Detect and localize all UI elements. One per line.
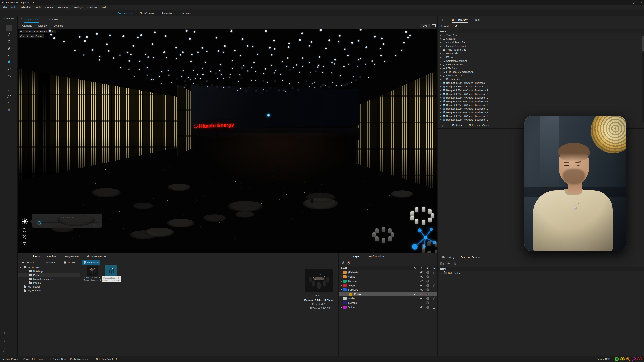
library-filter-button[interactable]: My Library	[82, 260, 100, 265]
expand-arrow-icon[interactable]: ▶	[440, 100, 442, 102]
expand-arrow-icon[interactable]: ▶	[340, 306, 343, 308]
layer-solo-icon[interactable]: S	[425, 301, 430, 305]
tools-icon[interactable]	[22, 234, 28, 240]
layer-row[interactable]: ▶ Venue ✓ S	[339, 275, 438, 279]
rectangle-tool-icon[interactable]	[6, 80, 12, 86]
hierarchy-item[interactable]: ▶ Truss.3ds	[438, 33, 644, 37]
hierarchy-item[interactable]: ▶ Motors.3ds	[438, 52, 644, 55]
layer-active-cell[interactable]: ✓	[412, 270, 417, 275]
expand-arrow-icon[interactable]: ▶	[340, 285, 343, 286]
people-toggle-icon[interactable]	[615, 357, 619, 361]
library-tree-item[interactable]: ▶ My Materials	[18, 289, 80, 293]
add-button[interactable]: Add	[444, 25, 448, 28]
layer-color-swatch[interactable]	[343, 301, 347, 304]
hierarchy-item[interactable]: ▶ Truss Hanging.3ds	[438, 48, 644, 52]
export-tool-icon[interactable]	[6, 38, 12, 44]
eye-toggle-icon[interactable]	[632, 357, 636, 361]
layer-panel-tab[interactable]: Transformation	[366, 255, 384, 258]
expand-arrow-icon[interactable]: ▶	[440, 119, 442, 121]
layer-row[interactable]: ▶ {Default} ✓ S	[339, 270, 438, 275]
layer-visibility-eye-icon[interactable]	[419, 288, 424, 292]
drag-grip[interactable]	[21, 18, 22, 18]
expand-arrow-icon[interactable]: ▶	[440, 45, 442, 47]
expand-arrow-icon[interactable]: ▶	[440, 38, 442, 39]
view-tab[interactable]: CAD View	[46, 18, 58, 21]
paint-tool-icon[interactable]	[6, 59, 12, 64]
drag-grip[interactable]	[442, 124, 442, 124]
layer-solo-icon[interactable]: S	[425, 296, 430, 301]
library-item-thumbnail[interactable]	[87, 266, 98, 276]
library-filter-button[interactable]: Fixtures	[20, 260, 36, 265]
remove-icon[interactable]: ✕	[454, 24, 457, 28]
layer-visibility-eye-icon[interactable]	[419, 301, 424, 305]
layer-visibility-eye-icon[interactable]	[419, 305, 424, 309]
layer-active-cell[interactable]: ✓	[412, 288, 417, 292]
library-filter-button[interactable]: Models	[62, 260, 77, 265]
add-folder-icon[interactable]	[440, 262, 444, 266]
expand-arrow-icon[interactable]: ▶	[440, 112, 442, 113]
layer-solo-icon[interactable]: S	[425, 292, 430, 296]
layer-row[interactable]: ▶ Rigging ✓ S	[339, 279, 438, 283]
layer-color-swatch[interactable]	[343, 280, 347, 283]
layer-lock-icon[interactable]	[432, 270, 436, 275]
groups-tab[interactable]: Repository	[442, 256, 455, 259]
expand-arrow-icon[interactable]: ▶	[340, 280, 343, 282]
expand-arrow-icon[interactable]: ▶	[440, 115, 442, 117]
layer-row[interactable]: ▶ Lighting ✓ S	[339, 301, 438, 305]
layer-color-swatch[interactable]	[343, 271, 347, 274]
library-filter-button[interactable]: Materials	[40, 260, 58, 265]
library-tab[interactable]: Patching	[47, 255, 57, 258]
menu-item[interactable]: Tools	[35, 6, 41, 9]
minimize-icon[interactable]: —	[624, 1, 627, 4]
expand-arrow-icon[interactable]: ▶	[440, 60, 442, 62]
mode-tab[interactable]: Animation	[162, 12, 173, 15]
capture-icon[interactable]	[22, 241, 28, 247]
library-item-card[interactable]: Banquet 1.83m - 8 Chairs - Business - 1	[82, 266, 102, 281]
library-tab[interactable]: Programmer	[64, 255, 79, 258]
hierarchy-item[interactable]: ▶ PA.fbx	[438, 55, 644, 59]
pen-tool-icon[interactable]	[6, 45, 12, 51]
menu-item[interactable]: Windows	[87, 6, 98, 9]
add-group-icon[interactable]	[446, 262, 450, 266]
layer-visibility-eye-icon[interactable]	[419, 270, 424, 275]
layer-lock-icon[interactable]	[432, 279, 436, 283]
slider-handle[interactable]	[38, 221, 41, 224]
settings-tab[interactable]: Settings	[452, 123, 462, 126]
scroll-up-icon[interactable]: ▲	[642, 33, 644, 35]
layer-active-cell[interactable]: ✓	[412, 283, 417, 288]
library-tree-item[interactable]: ▶ Event	[18, 273, 80, 277]
view-subtab[interactable]: Camera	[22, 24, 32, 27]
layer-active-cell[interactable]: ✓	[412, 292, 417, 296]
layer-active-cell[interactable]: ✓	[412, 301, 417, 305]
layer-lock-icon[interactable]	[432, 305, 436, 309]
layer-row[interactable]: ▶ People ✓ S	[339, 292, 438, 296]
layer-solo-icon[interactable]: S	[425, 288, 430, 292]
layer-lock-icon[interactable]	[432, 275, 436, 279]
expand-arrow-icon[interactable]: ▶	[440, 82, 442, 84]
add-layer-icon[interactable]	[341, 261, 345, 265]
expand-arrow-icon[interactable]: ▶	[440, 41, 442, 43]
expand-arrow-icon[interactable]: ▶	[440, 34, 442, 36]
drag-grip[interactable]	[22, 255, 22, 255]
scrollbar[interactable]: ▲ ▼	[642, 33, 644, 122]
layer-lock-icon[interactable]	[432, 288, 436, 292]
hierarchy-item[interactable]: ▶ LED Screen	[438, 66, 644, 70]
menu-item[interactable]: Selection	[20, 6, 30, 9]
layer-active-cell[interactable]: ✓	[412, 279, 417, 283]
layer-color-swatch[interactable]	[343, 284, 347, 287]
expand-arrow-icon[interactable]: ▶	[340, 302, 343, 304]
menu-item[interactable]: Help	[102, 6, 107, 9]
hierarchy-item[interactable]: ▶ Stage.fbx	[438, 37, 644, 40]
hierarchy-item[interactable]: ▶ Comfort Monitors.fbx	[438, 59, 644, 63]
wave-tool-icon[interactable]	[6, 100, 12, 106]
hierarchy-item[interactable]: ▶ LED Tape_UV mapped.fbx	[438, 70, 644, 74]
star-tool-icon[interactable]	[6, 87, 12, 92]
colors-tool-icon[interactable]	[6, 107, 12, 113]
close-icon[interactable]: ✕	[640, 1, 642, 4]
layer-lock-icon[interactable]	[432, 301, 436, 305]
selection-group-row[interactable]: ▶ DMX matric	[438, 271, 644, 275]
layer-visibility-eye-icon[interactable]	[419, 279, 424, 283]
expand-arrow-icon[interactable]: ▶	[440, 53, 442, 54]
sun-toggle-icon[interactable]	[620, 357, 624, 361]
library-tree-item[interactable]: ▶ My Fixtures	[18, 285, 80, 289]
